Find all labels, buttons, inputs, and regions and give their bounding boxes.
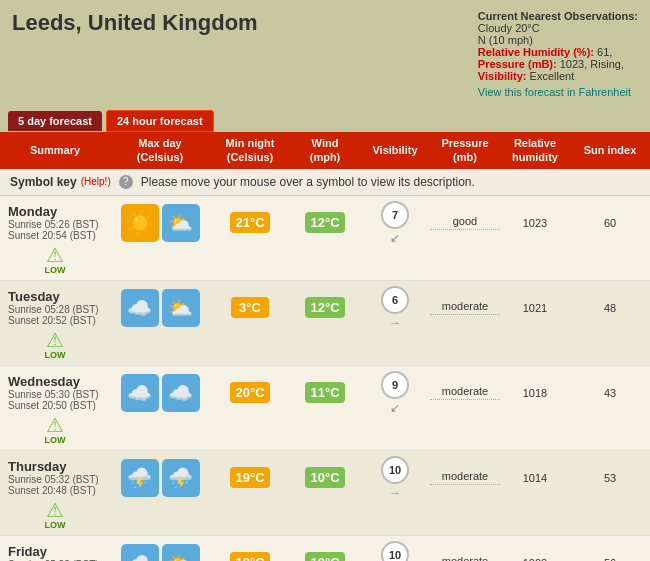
weather-icons: ☀️ ⛅ bbox=[110, 202, 210, 244]
max-temp-cell: 21°C bbox=[210, 212, 290, 233]
question-mark-icon[interactable]: ? bbox=[119, 175, 133, 189]
day-sunset: Sunset 20:50 (BST) bbox=[8, 400, 110, 411]
header-summary: Summary bbox=[0, 143, 110, 157]
day-sunset: Sunset 20:52 (BST) bbox=[8, 315, 110, 326]
day-sunset: Sunset 20:48 (BST) bbox=[8, 485, 110, 496]
day-sunrise: Sunrise 05:30 (BST) bbox=[8, 389, 110, 400]
wind-cell: 7 ↙ bbox=[360, 201, 430, 245]
min-temp-cell: 12°C bbox=[290, 212, 360, 233]
wind-cell: 9 ↙ bbox=[360, 371, 430, 415]
day-name: Friday bbox=[8, 544, 110, 559]
fahrenheit-link[interactable]: View this forecast in Fahrenheit bbox=[478, 86, 638, 98]
min-temp-cell: 12°C bbox=[290, 297, 360, 318]
obs-pressure-label: Pressure (mB): bbox=[478, 58, 557, 70]
pressure-cell: 1018 bbox=[500, 387, 570, 399]
day-info: Thursday Sunrise 05:32 (BST) Sunset 20:4… bbox=[0, 459, 110, 496]
visibility-cell: moderate bbox=[430, 385, 500, 400]
weather-icons: ☁️ ⛅ bbox=[110, 542, 210, 561]
symbol-key-text: Please move your mouse over a symbol to … bbox=[141, 175, 475, 189]
location-title: Leeds, United Kingdom bbox=[12, 10, 258, 36]
visibility-cell: moderate bbox=[430, 555, 500, 561]
humidity-cell: 48 bbox=[570, 302, 650, 314]
top-section: Leeds, United Kingdom Current Nearest Ob… bbox=[0, 0, 650, 106]
weather-icons: ☁️ ☁️ bbox=[110, 372, 210, 414]
obs-visibility-value: Excellent bbox=[530, 70, 575, 82]
table-row: Wednesday Sunrise 05:30 (BST) Sunset 20:… bbox=[0, 366, 650, 451]
header-row: Summary Max day(Celsius) Min night(Celsi… bbox=[0, 132, 650, 169]
table-row: Monday Sunrise 05:26 (BST) Sunset 20:54 … bbox=[0, 196, 650, 281]
tab-24hr[interactable]: 24 hour forecast bbox=[106, 110, 214, 132]
days-container: Monday Sunrise 05:26 (BST) Sunset 20:54 … bbox=[0, 196, 650, 561]
table-row: Thursday Sunrise 05:32 (BST) Sunset 20:4… bbox=[0, 451, 650, 536]
min-temp-cell: 10°C bbox=[290, 467, 360, 488]
day-name: Tuesday bbox=[8, 289, 110, 304]
obs-humidity-label: Relative Humidity (%): bbox=[478, 46, 594, 58]
humidity-cell: 56 bbox=[570, 557, 650, 561]
observations-block: Current Nearest Observations: Cloudy 20°… bbox=[478, 10, 638, 98]
humidity-cell: 43 bbox=[570, 387, 650, 399]
pressure-cell: 1023 bbox=[500, 217, 570, 229]
humidity-cell: 60 bbox=[570, 217, 650, 229]
obs-wind: N (10 mph) bbox=[478, 34, 533, 46]
day-sunset: Sunset 20:54 (BST) bbox=[8, 230, 110, 241]
weather-icons: ☁️ ⛅ bbox=[110, 287, 210, 329]
max-temp-cell: 3°C bbox=[210, 297, 290, 318]
header-pressure: Pressure(mb) bbox=[430, 136, 500, 165]
obs-pressure-value: 1023, Rising, bbox=[560, 58, 624, 70]
day-sunrise: Sunrise 05:26 (BST) bbox=[8, 219, 110, 230]
location-block: Leeds, United Kingdom bbox=[12, 10, 258, 98]
header-maxday: Max day(Celsius) bbox=[110, 136, 210, 165]
header-sunindex: Sun index bbox=[570, 143, 650, 157]
pollution-cell: ⚠ LOW bbox=[0, 500, 110, 530]
min-temp-cell: 11°C bbox=[290, 382, 360, 403]
pressure-cell: 1021 bbox=[500, 302, 570, 314]
header-visibility: Visibility bbox=[360, 143, 430, 157]
min-temp-cell: 10°C bbox=[290, 552, 360, 561]
obs-visibility-label: Visibility: bbox=[478, 70, 527, 82]
symbol-key-row: Symbol key (Help!) ? Please move your mo… bbox=[0, 169, 650, 196]
day-sunrise: Sunrise 05:32 (BST) bbox=[8, 474, 110, 485]
visibility-cell: good bbox=[430, 215, 500, 230]
day-sunrise: Sunrise 05:28 (BST) bbox=[8, 304, 110, 315]
wind-cell: 10 ↙ bbox=[360, 541, 430, 561]
obs-humidity-value: 61, bbox=[597, 46, 612, 58]
max-temp-cell: 19°C bbox=[210, 467, 290, 488]
wind-cell: 6 → bbox=[360, 286, 430, 330]
help-link[interactable]: (Help!) bbox=[81, 176, 111, 187]
tab-bar: 5 day forecast 24 hour forecast bbox=[0, 106, 650, 132]
symbol-key-label: Symbol key bbox=[10, 175, 77, 189]
table-row: Friday Sunrise 05:33 (BST) Sunset 20:46 … bbox=[0, 536, 650, 561]
pollution-cell: ⚠ LOW bbox=[0, 245, 110, 275]
visibility-cell: moderate bbox=[430, 470, 500, 485]
day-name: Wednesday bbox=[8, 374, 110, 389]
weather-icons: ⛈️ ⛈️ bbox=[110, 457, 210, 499]
humidity-cell: 53 bbox=[570, 472, 650, 484]
day-name: Thursday bbox=[8, 459, 110, 474]
pressure-cell: 1014 bbox=[500, 472, 570, 484]
obs-title: Current Nearest Observations: bbox=[478, 10, 638, 22]
day-name: Monday bbox=[8, 204, 110, 219]
pollution-cell: ⚠ LOW bbox=[0, 330, 110, 360]
max-temp-cell: 20°C bbox=[210, 382, 290, 403]
header-humidity: Relativehumidity bbox=[500, 136, 570, 165]
pollution-cell: ⚠ LOW bbox=[0, 415, 110, 445]
tab-5day[interactable]: 5 day forecast bbox=[8, 111, 102, 131]
obs-condition: Cloudy 20°C bbox=[478, 22, 540, 34]
header-minnight: Min night(Celsius) bbox=[210, 136, 290, 165]
day-info: Tuesday Sunrise 05:28 (BST) Sunset 20:52… bbox=[0, 289, 110, 326]
table-row: Tuesday Sunrise 05:28 (BST) Sunset 20:52… bbox=[0, 281, 650, 366]
day-info: Wednesday Sunrise 05:30 (BST) Sunset 20:… bbox=[0, 374, 110, 411]
pressure-cell: 1008 bbox=[500, 557, 570, 561]
visibility-cell: moderate bbox=[430, 300, 500, 315]
header-wind: Wind(mph) bbox=[290, 136, 360, 165]
wind-cell: 10 → bbox=[360, 456, 430, 500]
day-info: Monday Sunrise 05:26 (BST) Sunset 20:54 … bbox=[0, 204, 110, 241]
day-info: Friday Sunrise 05:33 (BST) Sunset 20:46 … bbox=[0, 544, 110, 561]
max-temp-cell: 18°C bbox=[210, 552, 290, 561]
